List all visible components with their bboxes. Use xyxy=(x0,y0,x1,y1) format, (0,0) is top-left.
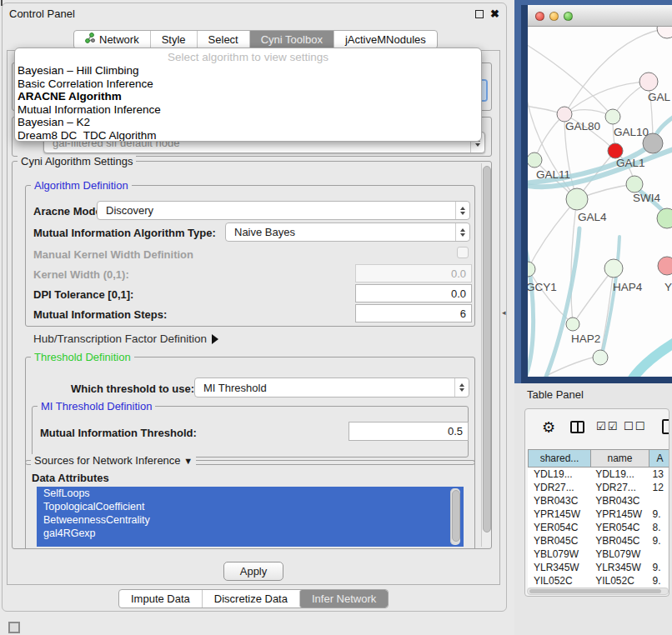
network-node[interactable] xyxy=(639,72,658,91)
network-window-titlebar[interactable] xyxy=(528,5,672,27)
table-cell: 8. xyxy=(647,521,669,534)
mi-threshold-field[interactable]: 0.5 xyxy=(349,422,469,441)
tab-jactivemnodules[interactable]: jActiveMNodules xyxy=(333,31,437,48)
network-canvas[interactable]: GALGAL80GAL10GAL1GAL11SWI4GAL4GCY1HAP4YH… xyxy=(528,27,672,377)
network-node[interactable] xyxy=(604,259,623,278)
tab-network[interactable]: Network xyxy=(74,31,150,48)
column-header-a[interactable]: A xyxy=(649,449,669,468)
kernel-width-label: Kernel Width (0,1): xyxy=(33,268,129,281)
gear-icon[interactable]: ⚙ xyxy=(542,418,555,437)
tab-impute-data[interactable]: Impute Data xyxy=(119,590,202,608)
aracne-mode-label: Aracne Mode: xyxy=(33,205,105,218)
dpi-tolerance-field[interactable]: 0.0 xyxy=(355,284,472,302)
minimize-traffic-light[interactable] xyxy=(549,12,559,21)
attributes-scrollbar[interactable] xyxy=(450,488,460,545)
network-node[interactable] xyxy=(593,350,608,365)
mi-steps-label: Mutual Information Steps: xyxy=(33,308,167,321)
tab-infer-network[interactable]: Infer Network xyxy=(299,590,388,608)
kernel-width-field[interactable]: 0.0 xyxy=(355,264,472,282)
aracne-mode-select[interactable]: Discovery xyxy=(97,201,470,220)
control-panel-tabs: NetworkStyleSelectCyni ToolboxjActiveMNo… xyxy=(73,30,438,49)
combo-spinner-icon xyxy=(455,202,469,219)
network-node[interactable] xyxy=(658,257,672,275)
select-all-checkboxes-icon[interactable]: ☑☑ xyxy=(596,420,619,432)
table-cell: YBR045C xyxy=(528,534,589,548)
mi-steps-field[interactable]: 6 xyxy=(355,304,472,322)
attribute-item-gal4rgexp[interactable]: gal4RGexp xyxy=(37,527,464,540)
attribute-item-topologicalcoefficient[interactable]: TopologicalCoefficient xyxy=(37,500,464,513)
network-node[interactable] xyxy=(657,27,672,38)
table-row[interactable]: YDR27...YDR27...12 xyxy=(528,481,668,494)
mi-type-select[interactable]: Naive Bayes xyxy=(225,222,470,242)
minimized-panel-icon[interactable] xyxy=(8,622,20,633)
dropdown-item-basic-correlation-inference[interactable]: Basic Correlation Inference xyxy=(15,78,481,91)
dropdown-item-mutual-information-inference[interactable]: Mutual Information Inference xyxy=(15,103,481,117)
table-toolbar: ⚙ ☑☑ ☐☐ xyxy=(525,416,669,441)
column-header-name[interactable]: name xyxy=(591,449,649,468)
dropdown-item-bayesian-k2[interactable]: Bayesian – K2 xyxy=(15,116,481,129)
network-node-label: HAP4 xyxy=(613,281,643,293)
table-cell: 9. xyxy=(647,534,669,548)
deselect-all-checkboxes-icon[interactable]: ☐☐ xyxy=(624,420,646,432)
table-cell: 9. xyxy=(647,574,669,588)
dropdown-item-aracne-algorithm[interactable]: ARACNE Algorithm xyxy=(15,90,481,103)
table-row[interactable]: YBL079WYBL079W xyxy=(528,548,668,561)
dropdown-item-bayesian-hill-climbing[interactable]: Bayesian – Hill Climbing xyxy=(15,64,481,78)
network-icon xyxy=(85,31,95,48)
network-node[interactable] xyxy=(528,152,542,168)
columns-icon[interactable] xyxy=(570,421,584,433)
float-window-icon[interactable] xyxy=(475,10,484,18)
table-hscrollbar[interactable] xyxy=(527,588,669,595)
close-panel-icon[interactable]: ✖ xyxy=(490,8,499,20)
apply-button[interactable]: Apply xyxy=(223,562,283,581)
network-node[interactable] xyxy=(528,262,535,277)
hub-definition-toggle[interactable]: Hub/Transcription Factor Definition xyxy=(33,332,218,345)
table-row[interactable]: YDL19...YDL19...13 xyxy=(528,468,668,481)
network-node-label: GAL1 xyxy=(616,157,645,169)
network-edge xyxy=(528,199,577,269)
table-row[interactable]: YBR045CYBR045C9. xyxy=(528,534,668,548)
data-attributes-list[interactable]: SelfLoopsTopologicalCoefficientBetweenne… xyxy=(37,487,464,547)
network-node[interactable] xyxy=(566,318,579,331)
tab-select[interactable]: Select xyxy=(197,31,249,48)
export-table-icon[interactable] xyxy=(662,419,669,434)
splitter-collapse-icon[interactable]: ◂ xyxy=(502,308,506,317)
network-edge-highlighted xyxy=(633,342,672,377)
table-row[interactable]: YBR043CYBR043C xyxy=(528,494,668,508)
table-cell: YDR27... xyxy=(528,481,589,494)
network-node[interactable] xyxy=(605,109,620,124)
table-row[interactable]: YLR345WYLR345W9. xyxy=(528,561,668,574)
tab-discretize-data[interactable]: Discretize Data xyxy=(202,590,299,608)
attribute-item-betweennesscentrality[interactable]: BetweennessCentrality xyxy=(37,513,464,527)
network-node-label: GAL80 xyxy=(565,120,600,132)
table-panel: ⚙ ☑☑ ☐☐ shared...nameA YDL19...YDL19...1… xyxy=(524,408,669,597)
network-node-label: GAL11 xyxy=(536,168,570,181)
table-row[interactable]: YPR145WYPR145W9. xyxy=(528,508,668,521)
settings-scrollbar[interactable] xyxy=(481,163,491,547)
network-node-label: GAL xyxy=(648,91,671,103)
table-row[interactable]: YIL052CYIL052C9. xyxy=(528,574,668,588)
network-window-shadow xyxy=(528,377,672,383)
table-cell: YBL079W xyxy=(528,548,589,561)
attribute-item-selfloops[interactable]: SelfLoops xyxy=(37,487,464,500)
network-node-label: Y xyxy=(664,281,672,293)
mi-threshold-group-title: MI Threshold Definition xyxy=(38,400,155,412)
tab-style[interactable]: Style xyxy=(150,31,197,48)
network-node[interactable] xyxy=(626,176,643,192)
table-cell: YPR145W xyxy=(528,508,589,521)
sources-group-title[interactable]: Sources for Network Inference ▼ xyxy=(31,454,196,468)
dropdown-item-dream8-dc-tdc-algorithm[interactable]: Dream8 DC_TDC Algorithm xyxy=(15,129,481,142)
manual-kernel-checkbox[interactable] xyxy=(457,247,469,258)
zoom-traffic-light[interactable] xyxy=(564,12,573,21)
tab-cyni-toolbox[interactable]: Cyni Toolbox xyxy=(249,31,333,48)
tab-label: Network xyxy=(99,31,139,48)
network-node[interactable] xyxy=(657,208,672,228)
table-cell: 13 xyxy=(647,468,669,481)
column-header-shared-[interactable]: shared... xyxy=(528,449,591,468)
network-node-label: GAL4 xyxy=(578,211,607,223)
which-threshold-select[interactable]: MI Threshold xyxy=(194,378,469,398)
table-row[interactable]: YER054CYER054C8. xyxy=(528,521,668,534)
close-traffic-light[interactable] xyxy=(535,12,544,21)
table-cell: 9. xyxy=(647,561,669,574)
network-node[interactable] xyxy=(566,188,588,210)
